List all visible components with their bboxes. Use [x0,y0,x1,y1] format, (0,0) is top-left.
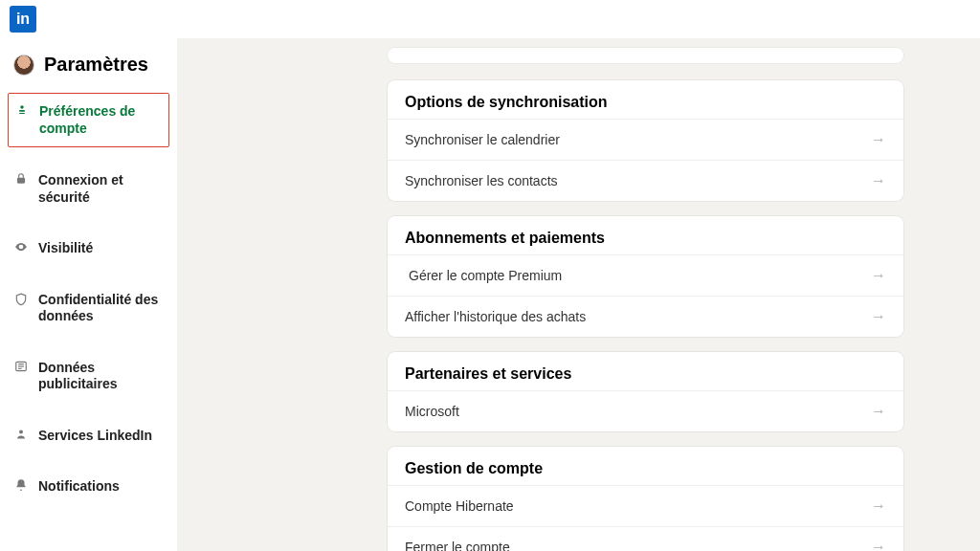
app-header: in [0,0,980,38]
row-sync-contacts[interactable]: Synchroniser les contacts → [388,160,903,201]
row-label: Gérer le compte Premium [405,267,566,284]
sidebar-item-label: Préférences de compte [39,103,163,137]
row-label: Microsoft [405,404,459,419]
sidebar-title-row: Paramètres [0,54,177,93]
svg-rect-3 [17,178,25,184]
section-header: Gestion de compte [388,447,903,485]
page-title: Paramètres [44,54,148,76]
svg-rect-1 [19,110,25,112]
section-account-management: Gestion de compte Compte Hibernate → Fer… [388,447,903,551]
row-sync-calendar[interactable]: Synchroniser le calendrier → [388,119,903,160]
row-label: Compte Hibernate [405,498,514,514]
section-partners-services: Partenaires et services Microsoft → [388,352,903,431]
bell-icon [13,478,29,492]
row-manage-premium[interactable]: Gérer le compte Premium → [388,254,903,296]
chevron-right-icon: → [871,308,886,325]
shield-icon [13,292,29,307]
svg-point-0 [20,105,24,109]
svg-point-8 [19,430,23,433]
sidebar-item-label: Confidentialité des données [38,292,166,325]
sidebar-item-visibility[interactable]: Visibilité [0,231,177,267]
row-label: Afficher l'historique des achats [405,309,586,324]
sidebar-item-label: Visibilité [38,240,93,257]
chevron-right-icon: → [871,172,886,189]
chevron-right-icon: → [871,403,886,420]
lock-icon [13,172,29,186]
eye-icon [13,240,29,253]
svg-rect-2 [19,113,25,114]
newspaper-icon [13,360,29,373]
sidebar-item-label: Données publicitaires [38,360,166,393]
chevron-right-icon: → [871,131,886,148]
row-close-account[interactable]: Fermer le compte → [388,526,903,551]
chevron-right-icon: → [871,539,886,551]
row-purchase-history[interactable]: Afficher l'historique des achats → [388,296,903,337]
sidebar-item-notifications[interactable]: Notifications [0,469,177,505]
sidebar-item-sign-in-security[interactable]: Connexion et sécurité [0,163,177,215]
person-card-icon [14,103,30,117]
row-label: Synchroniser le calendrier [405,132,560,147]
previous-section-edge [388,48,903,63]
sidebar-item-label: Services LinkedIn [38,428,152,445]
section-subscriptions-payments: Abonnements et paiements Gérer le compte… [388,216,903,337]
section-header: Options de synchronisation [388,80,903,119]
section-sync-options: Options de synchronisation Synchroniser … [388,80,903,201]
section-header: Abonnements et paiements [388,216,903,254]
row-hibernate-account[interactable]: Compte Hibernate → [388,485,903,526]
chevron-right-icon: → [871,267,886,284]
section-header: Partenaires et services [388,352,903,390]
row-label: Fermer le compte [405,540,510,551]
sidebar-item-data-privacy[interactable]: Confidentialité des données [0,282,177,335]
sidebar-item-account-preferences[interactable]: Préférences de compte [8,93,169,147]
sidebar-item-linkedin-services[interactable]: Services LinkedIn [0,418,177,454]
sidebar: Paramètres Préférences de compte Connexi… [0,38,177,551]
sidebar-item-label: Connexion et sécurité [38,172,166,206]
person-icon [13,428,29,441]
row-microsoft[interactable]: Microsoft → [388,390,903,431]
linkedin-logo[interactable]: in [10,6,36,33]
chevron-right-icon: → [871,497,886,515]
sidebar-item-label: Notifications [38,478,120,496]
avatar[interactable] [13,55,34,76]
main-content: Options de synchronisation Synchroniser … [177,38,980,551]
row-label: Synchroniser les contacts [405,173,558,188]
sidebar-item-advertising-data[interactable]: Données publicitaires [0,350,177,403]
linkedin-logo-text: in [16,11,30,28]
